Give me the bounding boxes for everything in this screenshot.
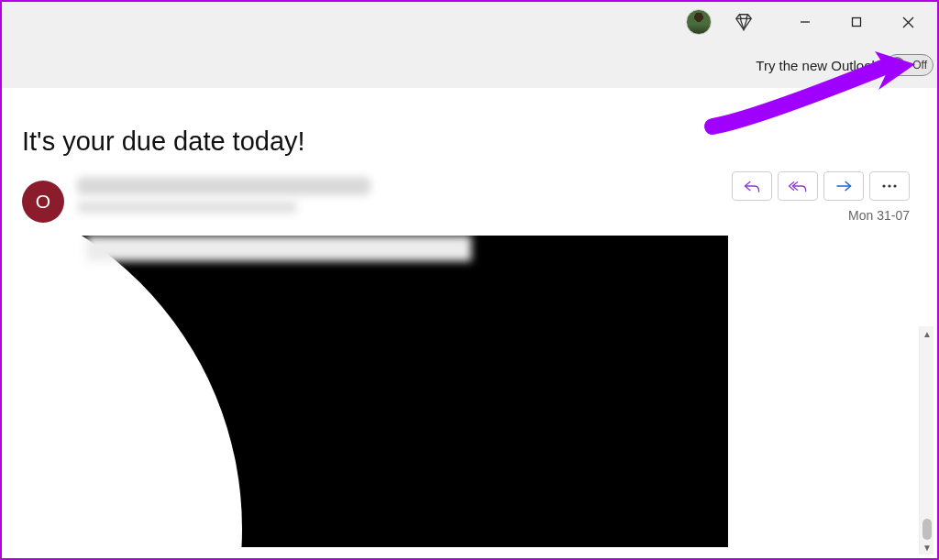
try-new-outlook-label: Try the new Outlook: [756, 58, 878, 73]
toggle-state-label: Off: [912, 59, 927, 71]
sender-initial: O: [36, 191, 50, 213]
sender-name-redacted: [77, 177, 370, 195]
email-subject: It's your due date today!: [2, 88, 937, 177]
email-body: [22, 236, 917, 547]
scroll-thumb[interactable]: [922, 519, 932, 540]
svg-point-7: [893, 184, 896, 187]
forward-button[interactable]: [823, 171, 864, 201]
email-header-row: O: [2, 177, 937, 223]
more-actions-button[interactable]: [869, 171, 910, 201]
scroll-down-icon[interactable]: ▼: [922, 542, 933, 553]
reply-button[interactable]: [732, 171, 772, 201]
try-new-outlook-toggle[interactable]: Off: [886, 54, 933, 76]
toggle-knob: [889, 57, 905, 73]
minimize-button[interactable]: [779, 2, 831, 42]
svg-point-6: [888, 184, 890, 187]
close-button[interactable]: [882, 2, 933, 42]
sender-recipient-redacted: [77, 201, 297, 214]
email-actions: Mon 31-07: [732, 171, 910, 223]
user-avatar[interactable]: [686, 9, 712, 35]
reading-pane: It's your due date today! O: [2, 88, 937, 558]
maximize-button[interactable]: [831, 2, 882, 42]
title-bar: [2, 2, 937, 42]
email-timestamp: Mon 31-07: [848, 208, 910, 223]
try-new-outlook-row: Try the new Outlook Off: [2, 42, 937, 88]
scroll-up-icon[interactable]: ▲: [922, 328, 933, 339]
premium-icon[interactable]: [734, 12, 754, 32]
svg-rect-1: [853, 18, 861, 27]
vertical-scrollbar[interactable]: ▲ ▼: [919, 326, 933, 555]
email-body-redacted-strip: [86, 236, 471, 261]
sender-avatar[interactable]: O: [22, 181, 64, 223]
reply-all-button[interactable]: [778, 171, 818, 201]
svg-point-5: [882, 184, 885, 187]
